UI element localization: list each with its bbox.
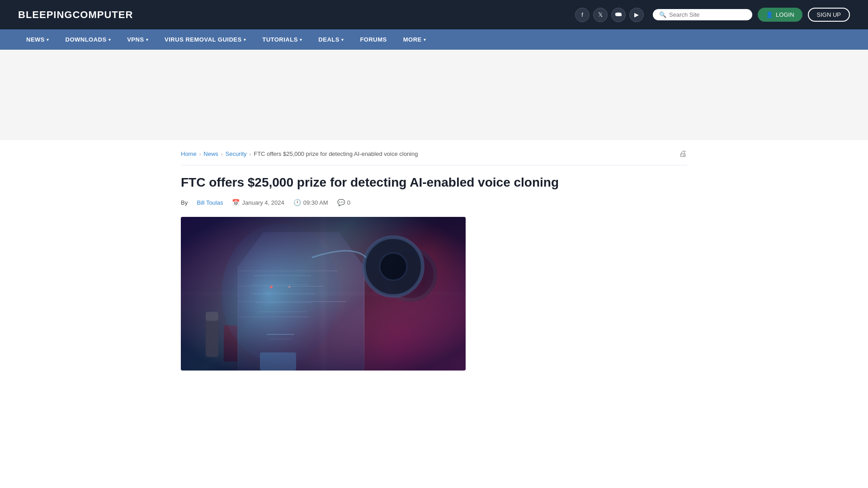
- nav-downloads-label: DOWNLOADS: [66, 36, 107, 43]
- signup-button[interactable]: SIGN UP: [808, 8, 850, 22]
- nav-news-label: NEWS: [26, 36, 45, 43]
- wire-2: [238, 286, 323, 286]
- youtube-icon[interactable]: ▶: [629, 8, 644, 22]
- breadcrumb: Home › News › Security › FTC offers $25,…: [181, 149, 687, 165]
- time-text: 09:30 AM: [303, 199, 328, 206]
- nav-forums-label: FORUMS: [360, 36, 387, 43]
- logo-light: BLEEPING: [18, 9, 72, 20]
- logo-bold: COMPUTER: [72, 9, 133, 20]
- nav-forums[interactable]: FORUMS: [352, 29, 395, 50]
- circle-element: [383, 248, 437, 302]
- twitter-icon[interactable]: 𝕏: [593, 8, 608, 22]
- calendar-icon: 📅: [232, 199, 240, 206]
- article-meta: By Bill Toulas 📅 January 4, 2024 🕐 09:30…: [181, 199, 687, 206]
- comments-count: 0: [347, 199, 350, 206]
- hero-image-bg: [181, 217, 466, 371]
- article-title: FTC offers $25,000 prize for detecting A…: [181, 174, 687, 191]
- breadcrumb-sep-2: ›: [221, 151, 223, 157]
- nav-deals[interactable]: DEALS ▾: [310, 29, 352, 50]
- facebook-icon[interactable]: f: [575, 8, 590, 22]
- comment-icon: 💬: [337, 199, 345, 206]
- nav-vpns-label: VPNS: [127, 36, 144, 43]
- date-text: January 4, 2024: [242, 199, 284, 206]
- nav-more[interactable]: MORE ▾: [395, 29, 434, 50]
- vpns-chevron-icon: ▾: [146, 38, 149, 42]
- clock-icon: 🕐: [293, 199, 301, 206]
- article-body: [181, 217, 687, 371]
- article-time: 🕐 09:30 AM: [293, 199, 328, 206]
- nav-virus-removal[interactable]: VIRUS REMOVAL GUIDES ▾: [156, 29, 254, 50]
- breadcrumb-current: FTC offers $25,000 prize for detecting A…: [254, 150, 418, 157]
- mic-shape: [224, 325, 237, 361]
- main-nav: NEWS ▾ DOWNLOADS ▾ VPNS ▾ VIRUS REMOVAL …: [0, 29, 868, 50]
- search-bar[interactable]: 🔍: [653, 9, 752, 20]
- nav-virus-label: VIRUS REMOVAL GUIDES: [165, 36, 242, 43]
- site-logo[interactable]: BLEEPINGCOMPUTER: [18, 9, 133, 21]
- breadcrumb-security[interactable]: Security: [226, 150, 247, 157]
- article-date: 📅 January 4, 2024: [232, 199, 284, 206]
- deals-chevron-icon: ▾: [341, 38, 344, 42]
- print-icon[interactable]: 🖨: [679, 149, 687, 159]
- article-comments[interactable]: 💬 0: [337, 199, 350, 206]
- author-link[interactable]: Bill Toulas: [197, 199, 223, 206]
- breadcrumb-sep-3: ›: [250, 151, 251, 157]
- advertisement-area: [0, 50, 868, 140]
- tutorials-chevron-icon: ▾: [300, 38, 302, 42]
- nav-tutorials-label: TUTORIALS: [262, 36, 298, 43]
- nav-deals-label: DEALS: [318, 36, 340, 43]
- article-hero-image: [181, 217, 466, 371]
- breadcrumb-sep-1: ›: [199, 151, 201, 157]
- virus-chevron-icon: ▾: [244, 38, 246, 42]
- wire-1: [238, 271, 338, 271]
- mastodon-icon[interactable]: [611, 8, 626, 22]
- downloads-chevron-icon: ▾: [108, 38, 111, 42]
- content-wrapper: Home › News › Security › FTC offers $25,…: [163, 140, 705, 380]
- article-main: [181, 217, 524, 371]
- more-chevron-icon: ▾: [424, 38, 426, 42]
- site-header: BLEEPINGCOMPUTER f 𝕏 ▶ 🔍 👤 LOGIN SIGN UP: [0, 0, 868, 29]
- nav-downloads[interactable]: DOWNLOADS ▾: [57, 29, 119, 50]
- wire-4: [238, 317, 309, 317]
- nav-vpns[interactable]: VPNS ▾: [119, 29, 156, 50]
- nav-more-label: MORE: [403, 36, 422, 43]
- social-icons: f 𝕏 ▶: [575, 8, 644, 22]
- login-label: LOGIN: [776, 11, 794, 18]
- breadcrumb-home[interactable]: Home: [181, 150, 197, 157]
- search-input[interactable]: [669, 11, 746, 18]
- signup-label: SIGN UP: [817, 11, 841, 18]
- header-right: f 𝕏 ▶ 🔍 👤 LOGIN SIGN UP: [575, 8, 850, 22]
- login-button[interactable]: 👤 LOGIN: [758, 8, 802, 22]
- nav-news[interactable]: NEWS ▾: [18, 29, 57, 50]
- nav-tutorials[interactable]: TUTORIALS ▾: [254, 29, 310, 50]
- user-icon: 👤: [766, 11, 773, 18]
- breadcrumb-news[interactable]: News: [203, 150, 218, 157]
- author-by-label: By: [181, 199, 188, 206]
- search-icon: 🔍: [659, 11, 666, 18]
- wire-3: [238, 301, 346, 302]
- news-chevron-icon: ▾: [47, 38, 49, 42]
